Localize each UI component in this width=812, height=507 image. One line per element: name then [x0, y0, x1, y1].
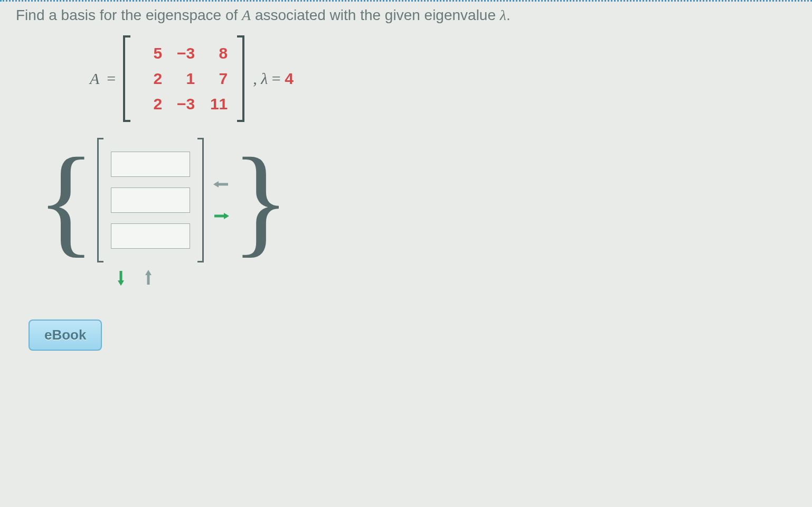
matrix-cell: −3 — [173, 91, 195, 117]
remove-column-button[interactable] — [211, 174, 231, 194]
svg-marker-5 — [118, 280, 124, 286]
add-row-button[interactable] — [111, 268, 131, 288]
matrix-right-bracket — [237, 35, 244, 122]
matrix-cell: 1 — [173, 66, 195, 91]
question-prefix: Find a basis for the eigenspace of — [16, 7, 242, 23]
row-arrow-controls — [111, 268, 796, 288]
basis-input-0[interactable] — [111, 152, 190, 177]
answer-set: { } — [37, 138, 796, 262]
right-brace-icon: } — [231, 149, 289, 252]
lambda-assignment: , λ = 4 — [253, 70, 294, 88]
matrix-row-2: 2 −3 11 — [140, 91, 228, 117]
matrix-cell: 11 — [205, 91, 228, 117]
matrix-row-0: 5 −3 8 — [140, 41, 228, 66]
vector-left-bracket — [97, 138, 103, 262]
question-text: Find a basis for the eigenspace of A ass… — [16, 6, 796, 25]
left-brace-icon: { — [37, 149, 95, 252]
question-mid: associated with the given eigenvalue — [251, 7, 500, 23]
remove-row-button[interactable] — [138, 268, 158, 288]
matrix-cell: −3 — [173, 41, 195, 66]
lambda-symbol: λ — [261, 70, 268, 87]
matrix-cell: 2 — [140, 66, 162, 91]
column-arrow-controls — [211, 174, 231, 226]
answer-vector — [97, 138, 204, 262]
var-A: A — [242, 7, 251, 23]
ebook-button[interactable]: eBook — [29, 320, 102, 351]
lambda-value: 4 — [285, 70, 294, 87]
svg-marker-3 — [224, 213, 229, 219]
matrix-A-label: A — [90, 70, 99, 88]
svg-marker-1 — [213, 181, 219, 187]
matrix-cell: 7 — [205, 66, 228, 91]
matrix-left-bracket — [123, 35, 130, 122]
equals-sign: = — [107, 70, 116, 88]
matrix-row-1: 2 1 7 — [140, 66, 228, 91]
basis-input-2[interactable] — [111, 223, 190, 249]
vector-right-bracket — [197, 138, 204, 262]
svg-marker-7 — [145, 270, 152, 275]
basis-input-1[interactable] — [111, 187, 190, 213]
matrix-A: 5 −3 8 2 1 7 2 −3 11 — [123, 35, 244, 122]
matrix-equation: A = 5 −3 8 2 1 7 2 −3 11 — [90, 35, 796, 122]
matrix-rows: 5 −3 8 2 1 7 2 −3 11 — [130, 35, 237, 122]
lambda-equals: = — [272, 70, 281, 87]
question-suffix: . — [506, 7, 511, 23]
content-container: Find a basis for the eigenspace of A ass… — [0, 2, 812, 355]
matrix-cell: 2 — [140, 91, 162, 117]
input-column — [103, 138, 197, 262]
matrix-cell: 5 — [140, 41, 162, 66]
comma: , — [253, 70, 257, 87]
matrix-cell: 8 — [205, 41, 228, 66]
var-lambda: λ — [500, 7, 506, 23]
add-column-button[interactable] — [211, 206, 231, 226]
